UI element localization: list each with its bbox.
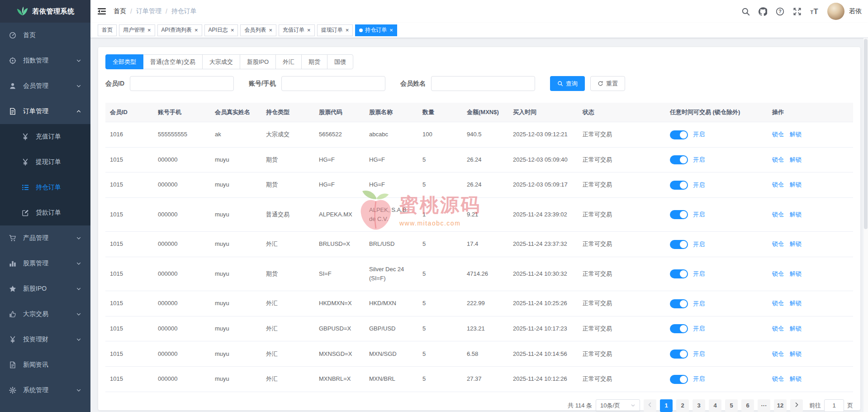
type-tab-4[interactable]: 外汇	[275, 54, 302, 69]
account-phone-input[interactable]	[281, 76, 385, 91]
sidebar-item-10[interactable]: 系统管理	[0, 378, 90, 403]
tradable-toggle[interactable]	[670, 155, 688, 164]
action-link-1[interactable]: 解锁	[790, 240, 802, 247]
breadcrumb-item-0[interactable]: 首页	[114, 7, 126, 15]
action-link-0[interactable]: 锁仓	[772, 156, 784, 163]
page-button-1[interactable]: 1	[660, 399, 673, 412]
sidebar-item-9[interactable]: 新闻资讯	[0, 352, 90, 378]
tag-7[interactable]: 持仓订单×	[355, 24, 397, 36]
tag-5[interactable]: 充值订单×	[279, 24, 315, 36]
page-button-3[interactable]: 3	[693, 399, 705, 412]
action-link-1[interactable]: 解锁	[790, 270, 802, 277]
tag-3[interactable]: API日志×	[204, 24, 238, 36]
action-link-1[interactable]: 解锁	[790, 181, 802, 188]
action-link-0[interactable]: 锁仓	[772, 240, 784, 247]
close-icon[interactable]: ×	[231, 27, 234, 33]
action-link-1[interactable]: 解锁	[790, 300, 802, 307]
type-tab-1[interactable]: 普通(含空单)交易	[143, 54, 203, 69]
page-button-2[interactable]: 2	[676, 399, 689, 412]
action-link-0[interactable]: 锁仓	[772, 270, 784, 277]
main-area: 首页/订单管理/持仓订单 ?TT若依 首页用户管理×API查询列表×API日志×…	[90, 0, 868, 412]
page-size-select[interactable]: 10条/页	[596, 399, 640, 412]
type-tab-2[interactable]: 大宗成交	[202, 54, 240, 69]
close-icon[interactable]: ×	[307, 27, 311, 33]
github-icon[interactable]	[759, 7, 767, 16]
sidebar-item-1[interactable]: 指数管理	[0, 48, 90, 73]
cell-7: 6.58	[462, 341, 508, 367]
prev-page-button[interactable]	[644, 399, 656, 412]
action-link-1[interactable]: 解锁	[790, 156, 802, 163]
fullscreen-icon[interactable]	[793, 7, 802, 16]
close-icon[interactable]: ×	[269, 27, 272, 33]
tradable-toggle[interactable]	[670, 299, 688, 308]
action-link-0[interactable]: 锁仓	[772, 350, 784, 357]
action-link-0[interactable]: 锁仓	[772, 181, 784, 188]
action-link-0[interactable]: 锁仓	[772, 375, 784, 382]
sidebar-item-3[interactable]: 订单管理	[0, 99, 90, 124]
action-link-1[interactable]: 解锁	[790, 211, 802, 218]
action-link-1[interactable]: 解锁	[790, 325, 802, 332]
action-link-0[interactable]: 锁仓	[772, 131, 784, 138]
type-tab-5[interactable]: 期货	[301, 54, 327, 69]
action-link-1[interactable]: 解锁	[790, 131, 802, 138]
sidebar-subitem-1[interactable]: 提现订单	[0, 149, 90, 175]
tradable-toggle[interactable]	[670, 269, 688, 278]
sidebar-subitem-2[interactable]: 持仓订单	[0, 175, 90, 200]
sidebar-item-8[interactable]: 投资理财	[0, 327, 90, 352]
sidebar-subitem-0[interactable]: 充值订单	[0, 124, 90, 149]
app-root: 若依管理系统 首页指数管理会员管理订单管理充值订单提现订单持仓订单贷款订单产品管…	[0, 0, 868, 412]
search-icon[interactable]	[741, 7, 750, 16]
scrollbar-thumb[interactable]	[864, 39, 868, 229]
sidebar-item-7[interactable]: 大宗交易	[0, 302, 90, 327]
action-link-0[interactable]: 锁仓	[772, 211, 784, 218]
type-tab-0[interactable]: 全部类型	[105, 54, 143, 69]
user-name[interactable]: 若依	[849, 7, 862, 15]
member-name-input[interactable]	[431, 76, 535, 91]
sidebar-item-6[interactable]: 新股IPO	[0, 276, 90, 302]
close-icon[interactable]: ×	[147, 27, 151, 33]
page-button-12[interactable]: 12	[774, 399, 787, 412]
tradable-toggle[interactable]	[670, 240, 688, 249]
tag-4[interactable]: 会员列表×	[240, 24, 276, 36]
hamburger-icon[interactable]	[97, 7, 106, 16]
help-icon[interactable]: ?	[776, 7, 784, 16]
sidebar-item-11[interactable]: 参数设置	[0, 403, 90, 412]
tradable-toggle[interactable]	[670, 181, 688, 190]
tag-6[interactable]: 提现订单×	[317, 24, 353, 36]
sidebar-item-5[interactable]: 股票管理	[0, 251, 90, 276]
sidebar-item-4[interactable]: 产品管理	[0, 225, 90, 251]
tag-1[interactable]: 用户管理×	[119, 24, 155, 36]
next-page-button[interactable]	[790, 399, 803, 412]
cell-3: 外汇	[261, 316, 314, 341]
tag-0[interactable]: 首页	[98, 24, 117, 36]
reset-button[interactable]: 重置	[590, 76, 625, 91]
sidebar-item-2[interactable]: 会员管理	[0, 73, 90, 99]
close-icon[interactable]: ×	[346, 27, 349, 33]
type-tab-6[interactable]: 国债	[327, 54, 353, 69]
tradable-toggle[interactable]	[670, 210, 688, 219]
goto-page-input[interactable]	[824, 399, 844, 412]
tradable-toggle[interactable]	[670, 324, 688, 333]
type-tab-3[interactable]: 新股IPO	[240, 54, 276, 69]
action-link-0[interactable]: 锁仓	[772, 325, 784, 332]
page-button-6[interactable]: 6	[741, 399, 754, 412]
font-size-icon[interactable]: TT	[810, 7, 819, 16]
tag-2[interactable]: API查询列表×	[157, 24, 202, 36]
tradable-toggle[interactable]	[670, 350, 688, 359]
sidebar-subitem-3[interactable]: 贷款订单	[0, 200, 90, 225]
user-avatar[interactable]	[827, 3, 844, 20]
close-icon[interactable]: ×	[389, 27, 393, 33]
app-logo[interactable]: 若依管理系统	[0, 0, 90, 23]
action-link-0[interactable]: 锁仓	[772, 300, 784, 307]
pager-ellipsis[interactable]: ···	[758, 399, 770, 412]
close-icon[interactable]: ×	[194, 27, 198, 33]
tradable-toggle[interactable]	[670, 130, 688, 139]
search-button[interactable]: 查询	[550, 76, 585, 91]
sidebar-item-0[interactable]: 首页	[0, 23, 90, 48]
action-link-1[interactable]: 解锁	[790, 375, 802, 382]
action-link-1[interactable]: 解锁	[790, 350, 802, 357]
tradable-toggle[interactable]	[670, 375, 688, 384]
page-button-4[interactable]: 4	[709, 399, 721, 412]
page-button-5[interactable]: 5	[725, 399, 738, 412]
member-id-input[interactable]	[130, 76, 234, 91]
